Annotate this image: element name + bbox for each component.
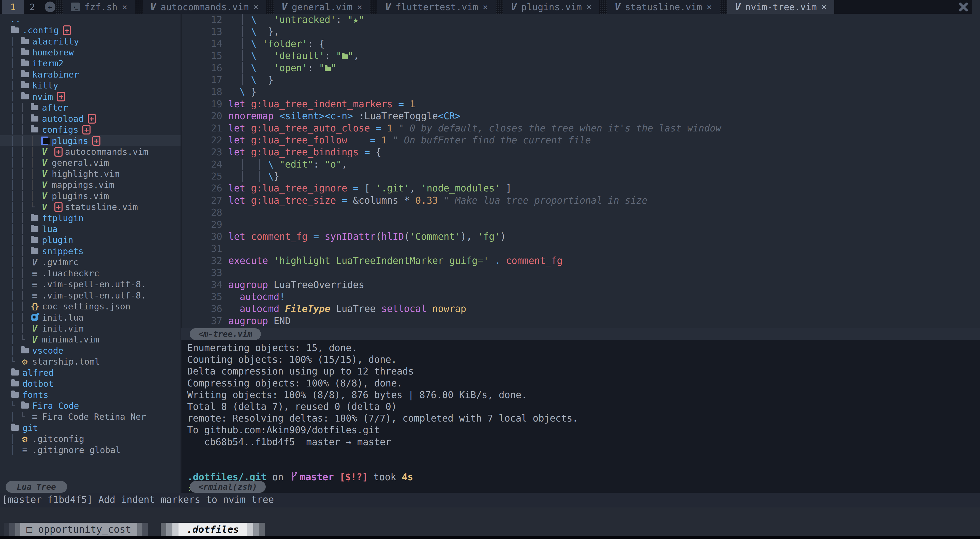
tab-label: statusline.vim <box>625 2 702 12</box>
tree-item-.config[interactable]: .config+ <box>0 25 181 36</box>
line-number: 35 <box>181 291 228 303</box>
vim-icon: V <box>735 1 741 13</box>
tree-item-alfred[interactable]: alfred <box>0 367 181 378</box>
tree-item-.gitignore_global[interactable]: │ ≡.gitignore_global <box>0 444 181 455</box>
tree-item-minimal.vim[interactable]: │ └ Vminimal.vim <box>0 334 181 345</box>
code-line-36: 36 autocmd FileType LuaTree setlocal now… <box>181 303 980 315</box>
tab-fluttertest.vim[interactable]: Vfluttertest.vim× <box>377 0 495 14</box>
tab-general.vim[interactable]: Vgeneral.vim× <box>274 0 370 14</box>
tree-item-.gvimrc[interactable]: │ │ V.gvimrc <box>0 257 181 268</box>
tree-item-after[interactable]: │ │ after <box>0 102 181 113</box>
tree-item-label: dotbot <box>22 378 54 389</box>
tree-item-fonts[interactable]: fonts <box>0 389 181 400</box>
tree-item-iterm2[interactable]: │ iterm2 <box>0 58 181 69</box>
tree-item-Fira Code Retina Ner[interactable]: │ └ ≡Fira Code Retina Ner <box>0 411 181 422</box>
tree-item-vscode[interactable]: │ vscode <box>0 345 181 356</box>
code-text: let g:lua_tree_ignore = [ '.git', 'node_… <box>228 182 512 194</box>
tree-item-.luacheckrc[interactable]: │ │ ≡.luacheckrc <box>0 268 181 279</box>
tree-item-plugin[interactable]: │ │ plugin <box>0 235 181 246</box>
tree-item-Fira Code[interactable]: └ Fira Code <box>0 400 181 411</box>
tree-item-plugins.vim[interactable]: │ │ │ Vplugins.vim <box>0 191 181 201</box>
tree-item-init.vim[interactable]: │ │ Vinit.vim <box>0 323 181 334</box>
terminal-line: Enumerating objects: 15, done. <box>181 342 980 354</box>
tab-autocommands.vim[interactable]: Vautocommands.vim× <box>143 0 266 14</box>
tmux-session-dotfiles[interactable]: .dotfiles <box>178 523 247 536</box>
tree-indent-guides: │ <box>10 37 20 46</box>
tree-item-autocommands.vim[interactable]: │ │ │ V+autocommands.vim <box>0 146 181 157</box>
tree-item-statusline.vim[interactable]: │ │ └ V+statusline.vim <box>0 201 181 212</box>
line-number: 34 <box>181 279 228 291</box>
tree-item-lua[interactable]: │ │ lua <box>0 224 181 234</box>
tree-item-label: plugins.vim <box>52 191 109 201</box>
code-line-14: 14 │ \ 'folder': { <box>181 38 980 50</box>
tree-item-highlight.vim[interactable]: │ │ │ Vhighlight.vim <box>0 168 181 179</box>
tab-close-icon[interactable]: × <box>821 2 826 12</box>
tree-item-nvim[interactable]: │ nvim+ <box>0 91 181 102</box>
tree-item-label: git <box>22 423 38 433</box>
tmux-window-number[interactable]: 1 <box>2 0 24 14</box>
tree-item-autoload[interactable]: │ │ autoload+ <box>0 113 181 124</box>
tree-item-ftplugin[interactable]: │ │ ftplugin <box>0 213 181 224</box>
tab-nvim-tree.vim[interactable]: Vnvim-tree.vim× <box>727 0 834 14</box>
code-editor[interactable]: 12 │ \ 'untracked': "★"13 │ \ },14 │ \ '… <box>181 14 980 328</box>
tree-item-init.lua[interactable]: │ │ init.lua <box>0 312 181 323</box>
tree-indent-guides: │ │ <box>10 224 30 234</box>
back-arrow-icon[interactable]: ← <box>45 2 56 12</box>
tree-item-karabiner[interactable]: │ karabiner <box>0 69 181 80</box>
text-file-icon: ≡ <box>20 445 30 455</box>
tree-item-label: alacritty <box>32 37 79 46</box>
tmux-window-number[interactable]: 2 <box>24 0 41 14</box>
folder-icon <box>20 72 30 77</box>
code-text: │ \ 'folder': { <box>228 38 325 50</box>
terminal-pane[interactable]: Enumerating objects: 15, done. Counting … <box>181 340 980 495</box>
tree-item-snippets[interactable]: │ │ snippets <box>0 246 181 256</box>
tree-item-dotbot[interactable]: dotbot <box>0 378 181 389</box>
line-number: 26 <box>181 182 228 194</box>
tree-item-git[interactable]: git <box>0 422 181 433</box>
tree-item-label: vscode <box>32 345 64 356</box>
tree-item-mappings.vim[interactable]: │ │ │ Vmappings.vim <box>0 180 181 191</box>
tab-statusline.vim[interactable]: Vstatusline.vim× <box>607 0 720 14</box>
code-text: let g:lua_tree_indent_markers = 1 <box>228 98 415 110</box>
line-number: 15 <box>181 50 228 62</box>
code-text: let comment_fg = synIDattr(hlID('Comment… <box>228 231 506 243</box>
code-line-20: 20nnoremap <silent><c-n> :LuaTreeToggle<… <box>181 110 980 122</box>
tree-item-.gitconfig[interactable]: │ ⚙.gitconfig <box>0 434 181 444</box>
tree-item-.vim-spell-en.utf-8.[interactable]: │ │ ≡.vim-spell-en.utf-8. <box>0 290 181 301</box>
tab-close-icon[interactable]: × <box>586 2 592 12</box>
window-close-icon[interactable] <box>958 2 969 12</box>
tree-item-plugins[interactable]: │ │ │ plugins+ <box>0 135 181 146</box>
tree-item-..[interactable]: .. <box>0 14 181 25</box>
tree-item-kitty[interactable]: │ kitty <box>0 80 181 91</box>
tree-indent-guides: └ <box>10 357 20 366</box>
terminal-line: Writing objects: 100% (8/8), 876 bytes |… <box>181 389 980 401</box>
tree-item-homebrew[interactable]: │ homebrew <box>0 47 181 58</box>
git-unstaged-icon: + <box>83 125 91 135</box>
tmux-session-opportunity-cost[interactable]: □ opportunity_cost <box>20 523 137 536</box>
line-number: 12 <box>181 14 228 26</box>
tree-item-configs[interactable]: │ │ configs+ <box>0 124 181 135</box>
tab-close-icon[interactable]: × <box>122 2 127 12</box>
tree-item-alacritty[interactable]: │ alacritty <box>0 36 181 47</box>
folder-open-icon <box>20 94 30 99</box>
tab-close-icon[interactable]: × <box>706 2 712 12</box>
tab-close-icon[interactable]: × <box>483 2 488 12</box>
code-line-23: 23let g:lua_tree_bindings = { <box>181 146 980 158</box>
tab-plugins.vim[interactable]: Vplugins.vim× <box>503 0 599 14</box>
tree-item-starship.toml[interactable]: └ ⚙starship.toml <box>0 356 181 367</box>
tab-close-icon[interactable]: × <box>357 2 362 12</box>
text-file-icon: ≡ <box>30 279 40 289</box>
terminal-window: 12←›_fzf.sh×Vautocommands.vim×Vgeneral.v… <box>0 0 980 539</box>
config-file-icon: ⚙ <box>20 434 30 444</box>
tab-close-icon[interactable]: × <box>253 2 258 12</box>
folder-open-icon <box>20 403 30 409</box>
text-file-icon: ≡ <box>30 290 40 301</box>
code-text: execute 'highlight LuaTreeIndentMarker g… <box>228 255 562 267</box>
tree-item-general.vim[interactable]: │ │ │ Vgeneral.vim <box>0 157 181 168</box>
tree-indent-guides: │ │ <box>10 235 30 245</box>
tree-item-.vim-spell-en.utf-8.[interactable]: │ │ ≡.vim-spell-en.utf-8. <box>0 279 181 290</box>
folder-glyph-icon <box>342 54 348 59</box>
line-number: 22 <box>181 134 228 146</box>
tree-item-coc-settings.json[interactable]: │ │ {}coc-settings.json <box>0 301 181 312</box>
tab-fzf.sh[interactable]: ›_fzf.sh× <box>63 0 135 14</box>
